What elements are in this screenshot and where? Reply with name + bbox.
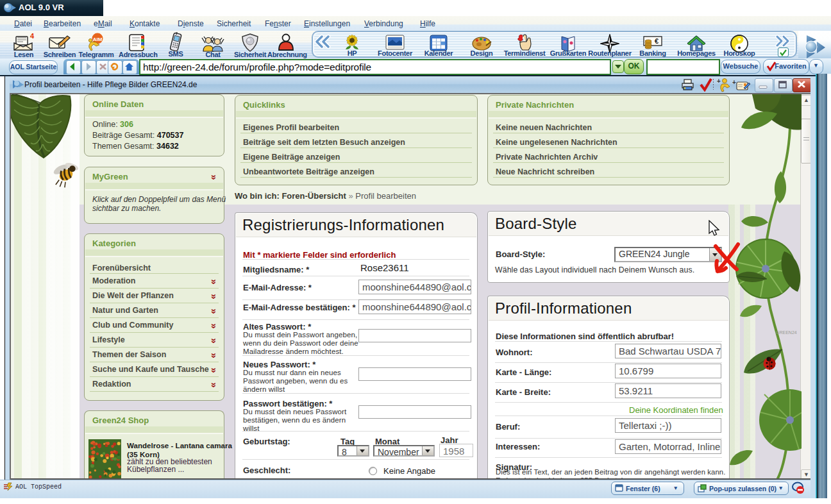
svg-text:AIM: AIM (93, 37, 103, 42)
svg-text:+: + (732, 79, 736, 86)
svg-text:GREEN24: GREEN24 (776, 330, 797, 335)
svg-text:4: 4 (30, 33, 35, 40)
svg-text:+: + (717, 78, 721, 85)
svg-text:€: € (655, 37, 659, 45)
